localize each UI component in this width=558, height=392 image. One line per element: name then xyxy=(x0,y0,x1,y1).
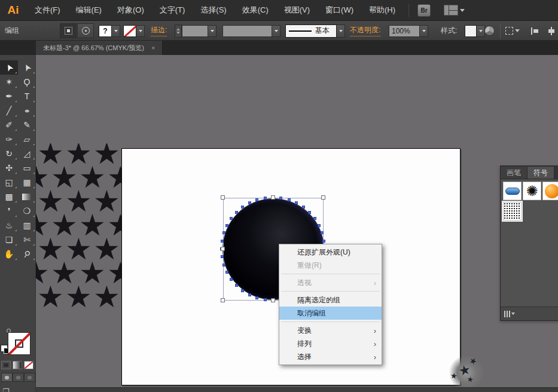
pencil-tool[interactable]: ✎ xyxy=(18,118,36,132)
blend-tool[interactable]: ❍ xyxy=(18,204,36,218)
gradient-button[interactable] xyxy=(13,361,22,369)
bridge-button[interactable]: Br xyxy=(417,4,431,17)
width-tool[interactable]: ✣ xyxy=(0,161,18,175)
anchor-point[interactable] xyxy=(295,201,298,204)
line-segment-tool[interactable]: ╱ xyxy=(0,103,18,118)
anchor-point[interactable] xyxy=(235,284,238,287)
variable-width-profile-dropdown[interactable] xyxy=(272,25,280,37)
anchor-point[interactable] xyxy=(264,197,267,200)
pasteboard[interactable]: ★★★★★★★★★★★★★★★★★★★★★★★★★★★★★★★★★★★ ★★★★… xyxy=(36,55,558,392)
type-tool[interactable]: T xyxy=(18,89,36,103)
menu-item-1[interactable]: 文件(F) xyxy=(35,5,60,16)
document-tab[interactable]: 未标题-3* @ 66.67% (CMYK/预览) × xyxy=(36,41,163,55)
menu-item-6[interactable]: 效果(C) xyxy=(242,5,269,16)
direct-selection-tool[interactable]: ➤ xyxy=(18,60,36,75)
menu-item-2[interactable]: 编辑(E) xyxy=(76,5,102,16)
recolor-artwork-icon[interactable] xyxy=(484,26,495,36)
orb-symbol[interactable] xyxy=(542,182,558,200)
stroke-color-dropdown[interactable] xyxy=(136,25,145,37)
perspective-grid-tool[interactable]: ▦ xyxy=(18,175,36,189)
variable-width-profile-field[interactable] xyxy=(222,25,272,37)
selection-handle[interactable] xyxy=(271,195,275,200)
selection-handle[interactable] xyxy=(271,298,275,302)
align-center-icon[interactable] xyxy=(547,27,556,35)
workspace-switcher-button[interactable] xyxy=(444,5,465,16)
anchor-point[interactable] xyxy=(248,201,251,204)
anchor-point[interactable] xyxy=(288,198,291,201)
anchor-point[interactable] xyxy=(255,198,258,201)
stroke-weight-stepper[interactable] xyxy=(175,24,182,38)
stroke-swatch-none[interactable] xyxy=(8,332,31,355)
none-button[interactable] xyxy=(24,361,33,369)
opacity-field[interactable]: 100% xyxy=(389,25,420,37)
align-left-icon[interactable] xyxy=(531,27,539,35)
anchor-point[interactable] xyxy=(241,206,244,209)
draw-normal-button[interactable] xyxy=(1,373,13,382)
selection-handle[interactable] xyxy=(221,195,225,200)
halftone-pattern-symbol[interactable] xyxy=(503,202,522,220)
chevron-down-icon[interactable] xyxy=(515,29,520,32)
anchor-point[interactable] xyxy=(222,264,225,267)
edit-contents-button[interactable] xyxy=(77,23,94,38)
tab-symbols[interactable]: 符号 xyxy=(527,167,554,179)
anchor-point[interactable] xyxy=(321,231,324,234)
anchor-point[interactable] xyxy=(302,206,305,209)
selection-handle[interactable] xyxy=(221,298,225,302)
mesh-tool[interactable]: ▩ xyxy=(0,189,18,204)
anchor-point[interactable] xyxy=(221,255,224,258)
context-menu-item-11[interactable]: 选择› xyxy=(279,350,382,363)
screen-mode-button[interactable]: ❐ xyxy=(2,387,10,392)
button-symbol[interactable] xyxy=(503,182,522,200)
artboard-tool[interactable]: ❏ xyxy=(0,232,18,247)
tab-brushes[interactable]: 画笔 xyxy=(501,167,527,179)
magic-wand-tool[interactable]: ✶ xyxy=(0,75,18,89)
color-button[interactable] xyxy=(1,361,11,369)
anchor-point[interactable] xyxy=(225,224,228,227)
anchor-point[interactable] xyxy=(264,298,267,301)
gradient-tool[interactable] xyxy=(18,189,36,204)
context-menu-item-7[interactable]: 取消编组 xyxy=(279,307,382,320)
menu-item-7[interactable]: 视图(V) xyxy=(284,5,310,16)
blob-brush-tool[interactable]: ✑ xyxy=(0,132,18,146)
anchor-point[interactable] xyxy=(230,278,233,281)
hand-tool[interactable]: ✋ xyxy=(0,247,18,261)
context-menu-item-1[interactable]: 还原扩展外观(U) xyxy=(279,246,382,259)
draw-inside-button[interactable] xyxy=(24,373,35,382)
free-transform-tool[interactable]: ▭ xyxy=(18,161,36,175)
draw-behind-button[interactable] xyxy=(13,373,24,382)
fill-color-swatch[interactable]: ? xyxy=(99,25,112,37)
ellipse-tool[interactable]: ● xyxy=(18,103,36,118)
symbol-sprayer-tool[interactable]: ♨ xyxy=(0,218,18,232)
stroke-weight-field[interactable] xyxy=(182,25,208,37)
panel-grip[interactable]: ······· xyxy=(0,55,35,60)
graphic-style-swatch[interactable] xyxy=(465,25,477,37)
anchor-point[interactable] xyxy=(230,217,233,220)
ink-splat-symbol[interactable]: ✺ xyxy=(523,182,541,200)
eyedropper-tool[interactable]: ❜ xyxy=(0,204,18,218)
selection-handle[interactable] xyxy=(321,195,325,200)
graphic-style-dropdown[interactable] xyxy=(477,25,485,37)
anchor-point[interactable] xyxy=(318,224,321,227)
fill-color-dropdown[interactable] xyxy=(112,25,120,37)
paintbrush-tool[interactable]: ✐ xyxy=(0,118,18,132)
close-tab-icon[interactable]: × xyxy=(151,44,155,51)
brush-definition-dropdown[interactable] xyxy=(337,24,345,38)
menu-item-8[interactable]: 窗口(W) xyxy=(325,5,353,16)
horizontal-scrollbar-area[interactable] xyxy=(36,387,558,392)
menu-item-9[interactable]: 帮助(H) xyxy=(369,5,395,16)
menu-item-5[interactable]: 选择(S) xyxy=(200,5,226,16)
symbol-libraries-menu-icon[interactable] xyxy=(504,311,510,317)
anchor-point[interactable] xyxy=(313,217,316,220)
slice-tool[interactable]: ✄ xyxy=(18,232,36,247)
align-to-selection-icon[interactable] xyxy=(505,27,513,35)
column-graph-tool[interactable]: ▥ xyxy=(18,218,36,232)
anchor-point[interactable] xyxy=(322,240,325,243)
anchor-point[interactable] xyxy=(248,293,251,296)
selection-handle[interactable] xyxy=(221,247,225,251)
selection-tool[interactable]: ➤ xyxy=(0,60,18,75)
opacity-dropdown[interactable] xyxy=(420,25,428,37)
stroke-weight-dropdown[interactable] xyxy=(208,25,217,37)
stroke-color-swatch[interactable] xyxy=(123,25,136,37)
anchor-point[interactable] xyxy=(308,211,311,214)
anchor-point[interactable] xyxy=(222,231,225,234)
